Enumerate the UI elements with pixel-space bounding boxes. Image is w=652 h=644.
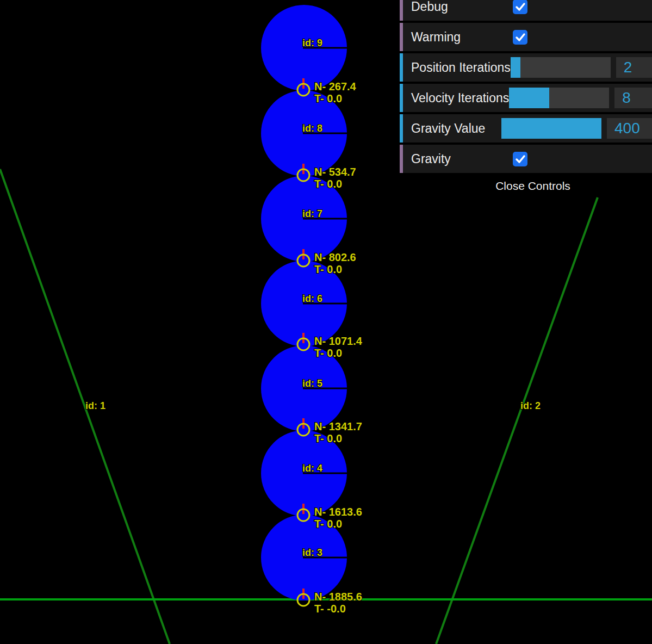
gravity-value-label: Gravity Value — [403, 121, 501, 136]
contact-tangent-label: T- 0.0 — [314, 347, 342, 359]
slider-fill — [509, 88, 549, 108]
dat-gui-panel: Debug Warming Position Iterations 2 — [400, 0, 652, 197]
control-row-position-iterations: Position Iterations 2 — [400, 53, 652, 82]
debug-label: Debug — [403, 0, 501, 14]
contact-normal-label: N- 1341.7 — [314, 420, 362, 432]
gravity-value-value[interactable]: 400 — [607, 118, 652, 139]
velocity-iterations-slider[interactable] — [509, 88, 609, 108]
contact-tangent-label: T- -0.0 — [314, 603, 346, 615]
control-row-warming: Warming — [400, 23, 652, 51]
warming-checkbox[interactable] — [513, 30, 527, 45]
checkmark-icon — [514, 32, 526, 43]
gravity-value-slider[interactable] — [501, 118, 601, 139]
wall-line — [436, 197, 598, 644]
contact-tangent-label: T- 0.0 — [314, 432, 342, 444]
control-row-gravity: Gravity — [400, 145, 652, 173]
ball-id-label: id: 7 — [302, 208, 322, 219]
contact-tangent-label: T- 0.0 — [314, 263, 342, 275]
wall-line — [0, 169, 170, 644]
control-row-gravity-value: Gravity Value 400 — [400, 114, 652, 143]
position-iterations-value[interactable]: 2 — [616, 57, 652, 78]
warming-label: Warming — [403, 30, 501, 45]
position-iterations-label: Position Iterations — [403, 60, 511, 75]
ball-id-label: id: 3 — [302, 547, 322, 558]
slider-fill — [501, 118, 601, 139]
gravity-label: Gravity — [403, 152, 501, 166]
gravity-checkbox[interactable] — [513, 152, 527, 166]
contact-normal-label: N- 1613.6 — [314, 506, 362, 518]
velocity-iterations-label: Velocity Iterations — [403, 91, 509, 106]
slider-fill — [511, 57, 520, 78]
contact-normal-label: N- 534.7 — [314, 166, 356, 178]
ball-id-label: id: 5 — [302, 378, 322, 389]
checkmark-icon — [514, 153, 526, 165]
debug-checkbox[interactable] — [513, 0, 527, 14]
contact-tangent-label: T- 0.0 — [314, 518, 342, 530]
close-controls-button[interactable]: Close Controls — [400, 175, 652, 197]
ball-id-label: id: 4 — [302, 463, 322, 474]
contact-normal-label: N- 1071.4 — [314, 335, 363, 347]
contact-normal-label: N- 802.6 — [314, 251, 356, 263]
contact-tangent-label: T- 0.0 — [314, 92, 342, 104]
control-row-velocity-iterations: Velocity Iterations 8 — [400, 84, 652, 112]
wall-id-label: id: 1 — [85, 400, 105, 411]
wall-id-label: id: 2 — [520, 400, 541, 411]
velocity-iterations-value[interactable]: 8 — [614, 88, 652, 108]
app-window: id: 9id: 8id: 7id: 6id: 5id: 4id: 3id: 1… — [0, 0, 652, 644]
contact-tangent-label: T- 0.0 — [314, 178, 342, 190]
ball-id-label: id: 9 — [302, 38, 322, 48]
checkmark-icon — [514, 1, 526, 13]
control-row-debug: Debug — [400, 0, 652, 21]
contact-normal-label: N- 267.4 — [314, 81, 357, 92]
position-iterations-slider[interactable] — [511, 57, 611, 78]
ball-id-label: id: 6 — [302, 293, 322, 304]
ball-id-label: id: 8 — [302, 123, 322, 134]
contact-normal-label: N- 1885.6 — [314, 591, 362, 603]
